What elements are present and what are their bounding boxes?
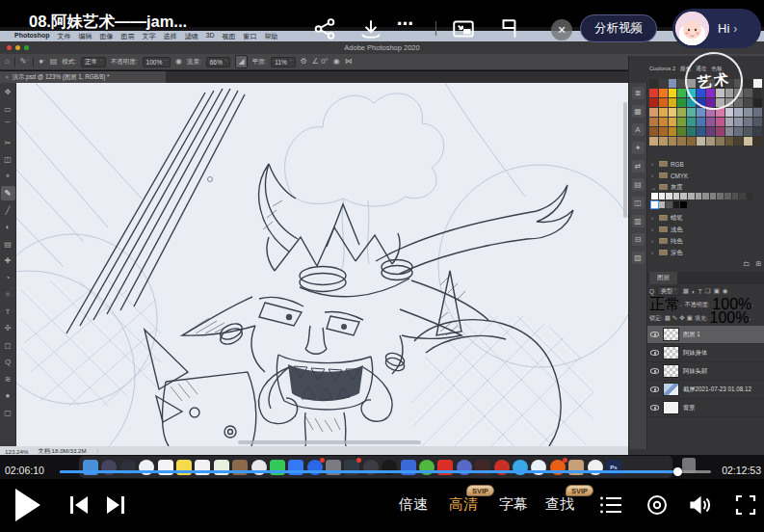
filter-smart-icon: ▣: [714, 287, 720, 295]
color-swatch: [697, 118, 705, 126]
layer-row: 截屏2021-07-23 01.08.12: [647, 381, 764, 399]
color-swatch: [744, 108, 752, 117]
ps-window-title: Adobe Photoshop 2020: [0, 43, 764, 52]
color-swatch: [669, 98, 677, 107]
swatch-group-label: RGB: [671, 161, 684, 168]
gray-swatch: [659, 193, 666, 200]
ps-tool-icon: ◐: [1, 220, 15, 234]
color-swatch: [753, 137, 762, 146]
more-options-icon[interactable]: ⋯: [397, 13, 414, 34]
menubar-item: 3D: [206, 32, 215, 41]
progress-bar[interactable]: [60, 470, 711, 473]
folder-icon: [659, 161, 668, 167]
fullscreen-icon[interactable]: [734, 493, 757, 520]
menubar-item: 滤镜: [185, 32, 198, 41]
color-swatch: [687, 127, 696, 136]
quality-button[interactable]: 高清: [449, 495, 478, 514]
notification-badge: [320, 458, 325, 463]
lock-transparent-icon: ▦: [665, 314, 671, 322]
color-swatch: [753, 118, 762, 126]
find-button[interactable]: 查找: [545, 495, 574, 514]
menubar-item: 窗口: [244, 32, 257, 41]
previous-button[interactable]: [67, 493, 91, 520]
gray-swatch: [673, 193, 680, 200]
panel-strip-icon: ▤: [632, 178, 645, 191]
record-icon[interactable]: [645, 493, 669, 520]
ps-tool-icon: ⌒: [1, 119, 15, 133]
video-content[interactable]: Photoshop文件编辑图像图层文字选择滤镜3D视图窗口帮助 Adobe Ph…: [0, 27, 764, 479]
account-pill[interactable]: Hi ›: [672, 9, 761, 48]
close-button[interactable]: ✕: [551, 19, 572, 40]
speed-button[interactable]: 倍速: [399, 495, 428, 514]
play-button[interactable]: [13, 487, 42, 527]
panel-strip-icon: ✦: [632, 142, 645, 154]
folder-icon: [659, 226, 668, 232]
gray-swatch: [702, 193, 709, 200]
layers-list: 图层 1 阿妹身体 阿妹头部 截屏202: [647, 326, 764, 417]
fill-value: 100%ˇ: [710, 309, 751, 327]
color-swatch: [697, 127, 705, 136]
volume-icon[interactable]: [688, 493, 713, 520]
download-icon[interactable]: [358, 16, 383, 41]
progress-thumb[interactable]: [673, 467, 682, 476]
swatch-groups-bottom: ›蜡笔›浅色›纯色›深色: [649, 212, 762, 258]
color-swatch: [753, 108, 762, 117]
share-icon[interactable]: [312, 16, 337, 41]
swatch-group: ›深色: [649, 247, 762, 258]
ps-right-panels: ≣▦A✦⇄▤◫▥⊟▧ Coolorus 2 颜色 通道 色板 ›RGB›CMYK…: [628, 56, 764, 456]
pressure-opacity-icon: ◉: [175, 57, 182, 66]
swatch-group: ›浅色: [649, 224, 762, 235]
layer-thumbnail: [663, 328, 679, 341]
folder-icon: [659, 173, 668, 178]
ps-tool-icon: ╱: [1, 203, 15, 218]
layer-row: 背景: [647, 399, 764, 417]
ps-tool-icon: ●: [1, 388, 15, 403]
notification-badge: [563, 458, 567, 463]
mac-menubar-items: Photoshop文件编辑图像图层文字选择滤镜3D视图窗口帮助: [14, 32, 278, 41]
tab-close-icon: ✕: [5, 74, 10, 80]
chevron-right-icon: ›: [733, 22, 737, 36]
lock-label: 锁定:: [649, 314, 663, 323]
color-swatch: [725, 137, 734, 146]
flag-icon[interactable]: [497, 16, 522, 41]
smoothing-label: 平滑:: [252, 58, 267, 66]
gray-swatch: [680, 193, 687, 200]
color-swatch: [649, 98, 658, 107]
panel-strip-icon: ⊟: [632, 233, 645, 246]
brush-preset-icon: ●ˇ: [39, 57, 45, 66]
swatch-group-label: 深色: [671, 249, 683, 257]
analyze-video-button[interactable]: 分析视频: [580, 14, 657, 42]
color-swatch: [677, 137, 686, 146]
pip-icon[interactable]: [451, 16, 476, 41]
color-swatch: [753, 89, 762, 97]
chevron-down-icon: ⌄: [651, 184, 656, 191]
color-swatch: [725, 118, 734, 126]
folder-icon: [659, 250, 668, 255]
gray-swatch: [666, 201, 672, 208]
opacity-value: 100%ˇ: [143, 57, 171, 67]
gear-icon: ⚙: [301, 57, 307, 66]
lock-move-icon: ✥: [679, 314, 684, 322]
color-swatch: [734, 108, 743, 117]
swatch-group: ›CMYK: [649, 170, 762, 181]
color-swatch: [706, 118, 715, 126]
color-swatch: [649, 127, 658, 136]
brush-tool-icon: ✎ˇ: [20, 57, 28, 66]
subtitles-button[interactable]: 字幕: [499, 495, 528, 514]
visibility-eye-icon: [650, 332, 659, 337]
gray-swatch: [747, 193, 753, 200]
color-swatch: [734, 137, 743, 146]
gray-swatch: [724, 193, 731, 200]
swatch-group-label: CMYK: [671, 173, 688, 179]
ps-tool-icon: Q: [1, 355, 15, 369]
ps-tool-icon: ▭: [1, 102, 15, 117]
flow-value: 66%ˇ: [206, 57, 231, 67]
playlist-icon[interactable]: [599, 494, 622, 519]
flow-label: 流量:: [187, 58, 201, 66]
panel-strip-icon: ▧: [632, 252, 645, 264]
color-swatch: [669, 118, 677, 126]
total-time: 02:12:53: [722, 465, 761, 476]
next-button[interactable]: [104, 493, 127, 520]
ps-titlebar: Adobe Photoshop 2020: [0, 41, 764, 54]
swatch-group: ›RGB: [649, 158, 762, 170]
